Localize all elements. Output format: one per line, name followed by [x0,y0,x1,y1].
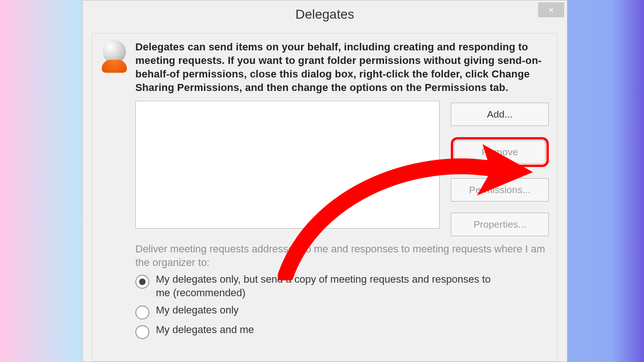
delivery-option-2[interactable]: My delegates and me [135,323,549,339]
delegates-listbox[interactable] [135,101,440,229]
intro-text: Delegates can send items on your behalf,… [135,40,549,94]
close-button[interactable]: × [538,2,564,17]
intro-row: Delegates can send items on your behalf,… [101,40,549,94]
radio-label: My delegates and me [156,323,254,337]
delivery-option-0[interactable]: My delegates only, but send a copy of me… [135,273,549,299]
radio-indicator [135,306,149,320]
delivery-option-1[interactable]: My delegates only [135,304,549,320]
annotation-highlight-remove: Remove [451,137,549,167]
radio-label: My delegates only, but send a copy of me… [156,273,501,299]
radio-indicator [135,275,149,289]
delegate-user-icon [101,40,128,72]
dialog-body: Delegates can send items on your behalf,… [92,33,558,362]
permissions-button[interactable]: Permissions... [451,178,549,202]
title-bar: Delegates × [83,0,567,30]
add-button[interactable]: Add... [451,103,549,126]
delegates-dialog: Delegates × Delegates can send items on … [82,0,567,362]
radio-indicator [135,325,149,339]
delivery-options-group: My delegates only, but send a copy of me… [135,273,549,339]
delegate-buttons-column: Add... Remove Permissions... Properties.… [451,101,549,236]
delegates-mid-row: Add... Remove Permissions... Properties.… [101,101,549,236]
dialog-title: Delegates [83,7,567,22]
radio-label: My delegates only [156,304,238,317]
properties-button[interactable]: Properties... [451,213,549,236]
delivery-prompt: Deliver meeting requests addressed to me… [135,243,549,269]
remove-button[interactable]: Remove [454,140,546,164]
close-icon: × [548,5,554,15]
